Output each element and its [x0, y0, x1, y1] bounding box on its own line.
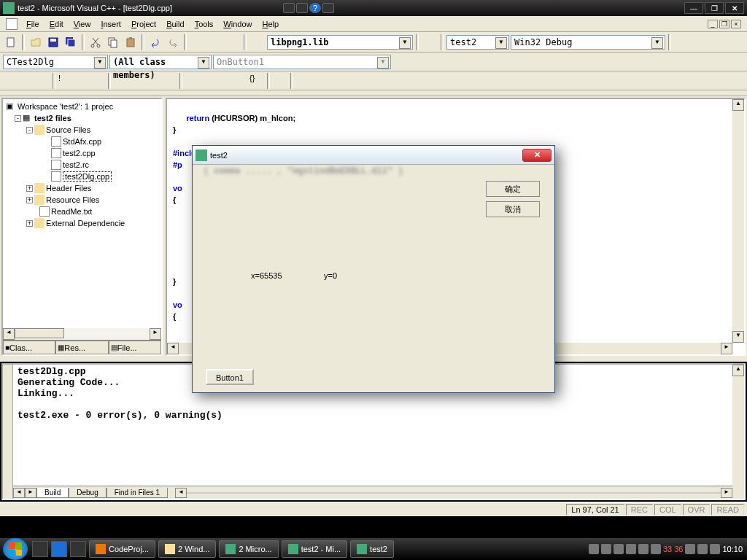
hand-icon[interactable] — [90, 74, 105, 88]
tray-icon[interactable] — [651, 544, 661, 554]
task-item[interactable]: 2 Micro... — [219, 540, 278, 558]
db-icon[interactable] — [201, 74, 216, 88]
mdi-close[interactable]: × — [731, 20, 741, 28]
workspace-tree[interactable]: ▣Workspace 'test2': 1 projec -▦test2 fil… — [3, 99, 161, 328]
undo-icon[interactable] — [147, 34, 163, 50]
task-item[interactable]: 2 Wind... — [158, 540, 216, 558]
start-button[interactable] — [3, 538, 28, 560]
tree-file[interactable]: StdAfx.cpp — [4, 136, 160, 147]
tab-nav-right[interactable]: ► — [25, 488, 36, 498]
save-icon[interactable] — [45, 34, 61, 50]
menu-view[interactable]: View — [69, 18, 96, 30]
task-item[interactable]: test2 - Mi... — [282, 540, 347, 558]
tool-icon[interactable] — [709, 34, 725, 50]
cut-icon[interactable] — [88, 34, 104, 50]
db-icon[interactable] — [233, 74, 248, 88]
tree-folder-source[interactable]: -Source Files — [4, 124, 160, 136]
copy-icon[interactable] — [105, 34, 121, 50]
task-item[interactable]: test2 — [350, 540, 394, 558]
tree-folder-header[interactable]: +Header Files — [4, 182, 160, 194]
tree-file-readme[interactable]: ReadMe.txt — [4, 206, 160, 217]
dialog-close-button[interactable]: ✕ — [522, 149, 551, 162]
tree-file[interactable]: test2.cpp — [4, 147, 160, 159]
win-icon[interactable] — [360, 74, 375, 88]
tile-icon[interactable] — [207, 34, 223, 50]
win-icon[interactable] — [312, 74, 327, 88]
tb-item[interactable] — [296, 3, 308, 13]
member-combo[interactable]: OnButton1 — [213, 55, 391, 69]
quicklaunch-ie-icon[interactable] — [51, 541, 67, 557]
tile-icon[interactable] — [190, 34, 206, 50]
tb-item[interactable] — [322, 3, 334, 13]
mdi-minimize[interactable]: _ — [708, 20, 718, 28]
tool-icon[interactable] — [692, 34, 708, 50]
go-icon[interactable]: ! — [58, 74, 73, 88]
tree-workspace[interactable]: ▣Workspace 'test2': 1 projec — [4, 101, 160, 112]
dialog-titlebar[interactable]: test2 ✕ — [193, 146, 554, 165]
menu-insert[interactable]: Insert — [96, 18, 125, 30]
tray-icon[interactable] — [638, 544, 649, 554]
menu-window[interactable]: Window — [219, 18, 256, 30]
config-combo[interactable]: Win32 Debug — [511, 35, 665, 50]
menu-tools[interactable]: Tools — [190, 18, 218, 30]
tab-find[interactable]: Find in Files 1 — [107, 488, 168, 498]
compile-icon[interactable] — [3, 74, 18, 88]
menu-help[interactable]: Help — [258, 18, 283, 30]
network-icon[interactable] — [697, 544, 708, 554]
win-icon[interactable] — [328, 74, 343, 88]
expand-icon[interactable]: + — [26, 220, 33, 227]
lib-combo[interactable]: libpng1.lib — [267, 35, 413, 50]
tab-build[interactable]: Build — [36, 488, 69, 498]
build-icon[interactable] — [19, 74, 34, 88]
stop-build-icon[interactable] — [35, 74, 50, 88]
project-combo[interactable]: test2 — [446, 35, 509, 50]
help-icon[interactable]: ? — [309, 3, 321, 13]
expand-icon[interactable]: + — [26, 185, 33, 192]
mdi-restore[interactable]: ❐ — [719, 20, 729, 28]
brace-icon[interactable]: {} — [249, 74, 264, 88]
goto-icon[interactable] — [392, 54, 409, 70]
tree-project[interactable]: -▦test2 files — [4, 112, 160, 124]
clock[interactable]: 10:10 — [722, 545, 743, 553]
open-icon[interactable] — [28, 34, 44, 50]
menu-build[interactable]: Build — [162, 18, 188, 30]
ok-button[interactable]: 确定 — [486, 181, 540, 197]
run-cursor-icon[interactable] — [162, 74, 177, 88]
redo-icon[interactable] — [165, 34, 181, 50]
db-icon[interactable] — [217, 74, 232, 88]
hscroll-right[interactable]: ► — [721, 488, 732, 498]
output-vscroll[interactable]: ▲ — [732, 365, 744, 499]
tile-icon[interactable] — [225, 34, 241, 50]
tab-nav-left[interactable]: ◄ — [13, 488, 25, 498]
tree-folder-external[interactable]: +External Dependencie — [4, 217, 160, 229]
tab-resourceview[interactable]: ▦Res... — [55, 341, 108, 354]
tab-classview[interactable]: ■Clas... — [3, 341, 55, 354]
watch-icon[interactable] — [273, 74, 287, 88]
find-icon[interactable] — [249, 34, 266, 50]
editor-vscroll[interactable]: ▲▼ — [732, 99, 744, 343]
menu-edit[interactable]: Edit — [45, 18, 68, 30]
win-icon[interactable] — [344, 74, 359, 88]
hscroll-left[interactable]: ◄ — [175, 488, 187, 498]
menu-file[interactable]: File — [22, 18, 44, 30]
tool-icon[interactable] — [674, 34, 690, 50]
collapse-icon[interactable]: - — [26, 127, 33, 133]
class-combo[interactable]: CTest2Dlg — [3, 55, 108, 69]
collapse-icon[interactable]: - — [15, 115, 21, 122]
save-all-icon[interactable] — [63, 34, 79, 50]
tray-icon[interactable] — [601, 544, 611, 554]
db-icon[interactable] — [185, 74, 200, 88]
expand-icon[interactable]: + — [26, 197, 33, 203]
tb-item[interactable] — [283, 3, 295, 13]
tab-fileview[interactable]: ▤File... — [109, 341, 161, 354]
tree-file-selected[interactable]: test2Dlg.cpp — [4, 171, 160, 182]
wizard-icon[interactable] — [422, 34, 438, 50]
tree-folder-resource[interactable]: +Resource Files — [4, 194, 160, 206]
tree-file[interactable]: test2.rc — [4, 159, 160, 171]
tree-hscroll[interactable]: ◄► — [3, 328, 161, 340]
close-button[interactable]: ✕ — [725, 2, 744, 14]
win-icon[interactable] — [296, 74, 311, 88]
quicklaunch-icon[interactable] — [32, 541, 48, 557]
volume-icon[interactable] — [710, 544, 720, 554]
win-icon[interactable] — [376, 74, 391, 88]
